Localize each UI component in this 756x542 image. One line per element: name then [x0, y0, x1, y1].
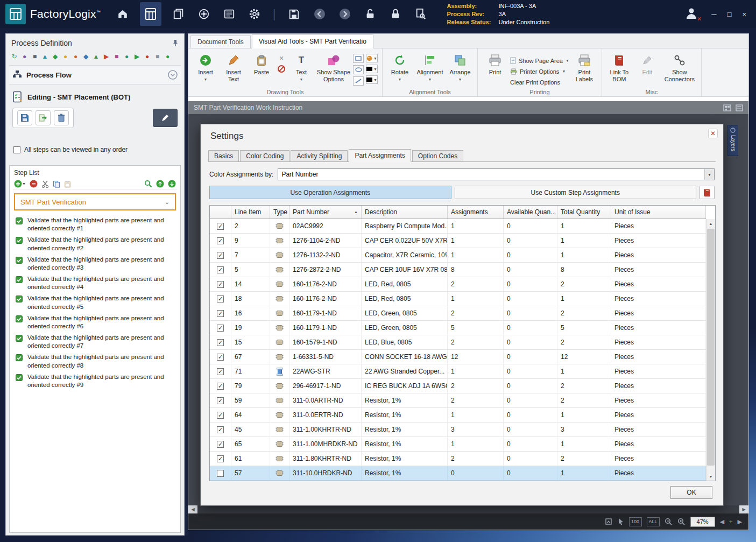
move-step-down-icon[interactable] — [168, 180, 176, 188]
globe-icon[interactable]: ● — [123, 52, 131, 61]
column-header-unit-of-issue[interactable]: Unit of Issue — [611, 206, 706, 219]
collapse-icon[interactable] — [168, 70, 178, 80]
settings-tab-option-codes[interactable]: Option Codes — [412, 150, 463, 162]
scrollbar-thumb[interactable] — [707, 229, 715, 466]
edit-step-button[interactable] — [153, 109, 178, 127]
show-shape-options-button[interactable]: Show Shape Options — [316, 51, 351, 86]
settings-tab-activity-splitting[interactable]: Activity Splitting — [291, 150, 348, 162]
center-view-icon[interactable]: + — [729, 518, 732, 525]
cut-shape-icon[interactable]: ✕ — [279, 55, 284, 62]
scroll-down-icon[interactable]: ▼ — [706, 472, 715, 481]
play-icon[interactable]: ▶ — [133, 52, 141, 61]
row-checkbox[interactable]: ✓ — [217, 310, 224, 317]
use-operation-assignments-button[interactable]: Use Operation Assignments — [209, 186, 451, 199]
column-header-description[interactable]: Description — [362, 206, 448, 219]
audit-search-icon[interactable] — [413, 5, 429, 23]
tab-document-tools[interactable]: Document Tools — [190, 36, 251, 48]
bom-link-button[interactable] — [700, 186, 715, 199]
line-shape-icon[interactable] — [353, 76, 364, 86]
row-checkbox[interactable]: ✓ — [217, 383, 224, 390]
row-checkbox[interactable]: ✓ — [217, 397, 224, 404]
column-header-type[interactable]: Type — [270, 206, 289, 219]
table-row[interactable]: ✓59311-0.0ARTR-NDResistor, 1%202Pieces — [210, 393, 706, 408]
settings-tab-basics[interactable]: Basics — [208, 150, 239, 162]
step-item[interactable]: Validate that the highlighted parts are … — [13, 293, 177, 312]
print-icon[interactable]: ■ — [31, 52, 39, 61]
zoom-fit-all-button[interactable]: ALL — [647, 517, 660, 526]
pan-left-icon[interactable]: ◀ — [720, 518, 724, 525]
scroll-right-icon[interactable]: ▶ — [739, 505, 748, 513]
table-row[interactable]: ✓15160-1579-1-NDLED, Blue, 0805202Pieces — [210, 335, 706, 350]
delete-shape-icon[interactable] — [278, 65, 285, 73]
canvas-horizontal-scrollbar[interactable]: ◀ ▶ — [188, 505, 748, 513]
settings-gear-icon[interactable] — [246, 5, 263, 23]
back-icon[interactable] — [312, 5, 328, 23]
zoom-in-icon[interactable] — [677, 518, 686, 526]
row-checkbox[interactable]: ✓ — [217, 426, 224, 433]
table-row[interactable]: ✓91276-1104-2-NDCAP CER 0.022UF 50V X7R.… — [210, 234, 706, 248]
step-item[interactable]: Validate that the highlighted parts are … — [13, 371, 177, 391]
column-header-total-quantity[interactable]: Total Quantity — [557, 206, 611, 219]
row-checkbox[interactable] — [217, 470, 224, 477]
row-checkbox[interactable]: ✓ — [217, 325, 224, 332]
close-button[interactable]: × — [742, 10, 746, 18]
thumbnails-icon[interactable] — [723, 104, 731, 111]
webcast-icon[interactable]: ● — [20, 52, 29, 61]
export-icon[interactable]: ▲ — [41, 52, 49, 61]
show-connectors-button[interactable]: Show Connectors — [662, 51, 697, 86]
table-row[interactable]: ✓64311-0.0ERTR-NDResistor, 1%101Pieces — [210, 408, 706, 423]
table-row[interactable]: ✓671-66331-5-NDCONN SOCKET 16-18 AWG...1… — [210, 350, 706, 364]
record-icon[interactable]: ● — [143, 52, 151, 61]
paste-button[interactable]: Paste — [249, 51, 274, 86]
find-step-icon[interactable] — [144, 180, 152, 188]
delete-step-button[interactable] — [54, 110, 69, 125]
table-row[interactable]: ✓19160-1179-1-NDLED, Green, 0805505Piece… — [210, 321, 706, 335]
table-row[interactable]: ✓79296-46917-1-NDIC REG BUCK ADJ 1A 6WSO… — [210, 379, 706, 393]
step-item[interactable]: Validate that the highlighted parts are … — [13, 254, 177, 273]
stop-icon[interactable]: ● — [164, 52, 172, 61]
tab-visual-aid-tools[interactable]: Visual Aid Tools - SMT Part Verificatio — [252, 34, 373, 48]
rectangle-shape-icon[interactable] — [353, 54, 364, 63]
row-checkbox[interactable]: ✓ — [217, 339, 224, 346]
row-checkbox[interactable]: ✓ — [217, 237, 224, 244]
document-settings-icon[interactable] — [736, 104, 743, 111]
alignment-button[interactable]: Alignment▼ — [415, 51, 445, 86]
tree-icon[interactable]: ◆ — [51, 52, 59, 61]
table-row[interactable]: ✓51276-2872-2-NDCAP CER 10UF 16V X7R 080… — [210, 263, 706, 277]
chevron-down-icon[interactable]: ⌄ — [165, 199, 169, 206]
process-definition-icon[interactable] — [140, 2, 161, 26]
import-step-button[interactable] — [36, 110, 51, 125]
add-step-icon[interactable]: ▼ — [14, 180, 26, 188]
pan-tool-icon[interactable] — [605, 518, 612, 525]
clear-print-options-button[interactable]: Clear Print Options — [510, 78, 569, 87]
pin-icon[interactable] — [172, 39, 179, 47]
news-icon[interactable] — [221, 5, 237, 23]
column-header-assignments[interactable]: Assignments — [448, 206, 504, 219]
row-checkbox[interactable]: ✓ — [217, 223, 224, 230]
settings-tab-part-assignments[interactable]: Part Assignments — [349, 149, 411, 162]
forward-icon[interactable] — [337, 5, 353, 23]
minimize-button[interactable]: ─ — [711, 10, 716, 18]
row-checkbox[interactable]: ✓ — [217, 368, 224, 375]
insert-text-button[interactable]: Insert Text — [221, 51, 246, 86]
zoom-level-value[interactable]: 47% — [690, 517, 715, 527]
text-tool-button[interactable]: T Text▼ — [288, 51, 314, 86]
use-custom-step-assignments-button[interactable]: Use Custom Step Assignments — [455, 186, 697, 199]
row-checkbox[interactable]: ✓ — [217, 354, 224, 361]
color-assignments-select[interactable]: Part Number ▼ — [278, 168, 715, 180]
print-button[interactable]: Print — [482, 51, 508, 86]
ok-button[interactable]: OK — [670, 486, 712, 499]
column-header-line-item[interactable]: Line Item — [231, 206, 270, 219]
edit-button[interactable]: Edit — [634, 51, 660, 86]
save-icon[interactable] — [286, 5, 302, 23]
layers-tab[interactable]: Layers — [727, 125, 738, 156]
arrange-button[interactable]: Arrange▼ — [447, 51, 473, 86]
copy-icon[interactable] — [53, 180, 60, 188]
lock-icon[interactable] — [387, 5, 404, 23]
paste-icon[interactable] — [64, 180, 71, 188]
unlock-icon[interactable] — [362, 5, 378, 23]
any-order-checkbox[interactable] — [13, 146, 20, 153]
stroke-color-picker[interactable]: ▼ — [366, 65, 378, 73]
step-item[interactable]: Validate that the highlighted parts are … — [13, 351, 177, 371]
settings-tab-color-coding[interactable]: Color Coding — [240, 150, 289, 162]
